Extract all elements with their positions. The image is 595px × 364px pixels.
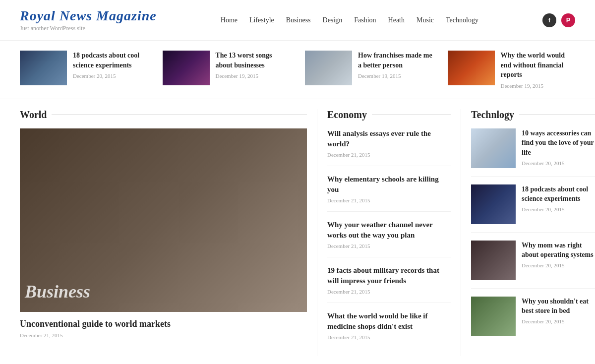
economy-article-date: December 21, 2015	[327, 197, 451, 203]
nav-item-technology[interactable]: Technology	[446, 16, 478, 24]
economy-articles-list: Will analysis essays ever rule the world…	[327, 128, 451, 348]
economy-section-title: Economy	[327, 109, 367, 121]
site-title[interactable]: Royal News Magazine	[20, 8, 157, 24]
tech-article[interactable]: 10 ways accessories can find you the lov…	[471, 128, 595, 177]
top-article-date: December 19, 2015	[501, 83, 576, 89]
tech-article-image	[471, 128, 516, 168]
world-section-title: World	[20, 109, 47, 121]
economy-article[interactable]: Why elementary schools are killing you D…	[327, 174, 451, 212]
nav-item-lifestyle[interactable]: Lifestyle	[249, 16, 274, 24]
tech-article-content: Why you shouldn't eat best store in bed …	[522, 297, 595, 336]
tech-article-date: December 20, 2015	[522, 206, 595, 212]
tech-article-title[interactable]: Why you shouldn't eat best store in bed	[522, 297, 595, 316]
economy-article[interactable]: What the world would be like if medicine…	[327, 311, 451, 348]
top-article-title[interactable]: The 13 worst songs about businesses	[216, 51, 291, 70]
economy-article[interactable]: Why your weather channel never works out…	[327, 220, 451, 257]
tech-article-content: 10 ways accessories can find you the lov…	[522, 128, 595, 168]
economy-article[interactable]: Will analysis essays ever rule the world…	[327, 128, 451, 166]
economy-section: Economy Will analysis essays ever rule t…	[317, 109, 461, 356]
economy-article[interactable]: 19 facts about military records that wil…	[327, 265, 451, 303]
tech-article-date: December 20, 2015	[522, 160, 595, 166]
tech-article-title[interactable]: 10 ways accessories can find you the lov…	[522, 128, 595, 158]
economy-article-title[interactable]: Will analysis essays ever rule the world…	[327, 128, 451, 149]
technology-section-title: Technlogy	[471, 109, 514, 121]
tech-article-image	[471, 241, 516, 280]
economy-article-title[interactable]: 19 facts about military records that wil…	[327, 265, 451, 286]
top-articles-strip: 18 podcasts about cool science experimen…	[0, 41, 595, 99]
tech-article-title[interactable]: Why mom was right about operating system…	[522, 241, 595, 260]
tech-article-content: Why mom was right about operating system…	[522, 241, 595, 280]
top-article[interactable]: The 13 worst songs about businesses Dece…	[163, 51, 291, 89]
world-main-image[interactable]: Business	[20, 128, 307, 312]
top-article-date: December 19, 2015	[358, 73, 433, 79]
nav-item-design[interactable]: Design	[323, 16, 343, 24]
world-main-title[interactable]: Unconventional guide to world markets	[20, 318, 307, 330]
top-article[interactable]: Why the world would end without financia…	[448, 51, 576, 89]
site-tagline: Just another WordPress site	[20, 25, 157, 32]
top-article-title[interactable]: Why the world would end without financia…	[501, 51, 576, 80]
top-article-image	[448, 51, 495, 85]
tech-article[interactable]: 18 podcasts about cool science experimen…	[471, 184, 595, 233]
world-section-header: World	[20, 109, 307, 121]
world-section-line	[52, 115, 307, 115]
top-article[interactable]: How franchises made me a better person D…	[305, 51, 433, 89]
nav-item-home[interactable]: Home	[221, 16, 238, 24]
main-content: World Business Unconventional guide to w…	[0, 99, 595, 364]
top-article-image	[305, 51, 352, 85]
top-article-title[interactable]: 18 podcasts about cool science experimen…	[73, 51, 148, 70]
nav-item-fashion[interactable]: Fashion	[354, 16, 376, 24]
tech-article[interactable]: Why you shouldn't eat best store in bed …	[471, 297, 595, 344]
economy-article-date: December 21, 2015	[327, 152, 451, 158]
nav-item-heath[interactable]: Heath	[388, 16, 405, 24]
top-article-content: How franchises made me a better person D…	[358, 51, 433, 89]
technology-section-line	[519, 115, 595, 115]
economy-section-header: Economy	[327, 109, 451, 121]
tech-article-image	[471, 184, 516, 224]
tech-article-image	[471, 297, 516, 336]
tech-article[interactable]: Why mom was right about operating system…	[471, 241, 595, 289]
technology-section-header: Technlogy	[471, 109, 595, 121]
economy-article-date: December 21, 2015	[327, 289, 451, 295]
tech-article-content: 18 podcasts about cool science experimen…	[522, 184, 595, 224]
economy-section-line	[372, 115, 451, 115]
site-header: Royal News Magazine Just another WordPre…	[0, 0, 595, 41]
top-article-content: 18 podcasts about cool science experimen…	[73, 51, 148, 89]
top-article-title[interactable]: How franchises made me a better person	[358, 51, 433, 70]
social-icons: f P	[542, 13, 575, 27]
tech-articles-list: 10 ways accessories can find you the lov…	[471, 128, 595, 344]
tech-article-title[interactable]: 18 podcasts about cool science experimen…	[522, 184, 595, 204]
world-main-date: December 21, 2015	[20, 332, 307, 338]
top-article-image	[163, 51, 210, 85]
pinterest-icon[interactable]: P	[561, 13, 575, 27]
site-branding: Royal News Magazine Just another WordPre…	[20, 8, 157, 32]
tech-article-date: December 20, 2015	[522, 262, 595, 268]
economy-article-title[interactable]: Why elementary schools are killing you	[327, 174, 451, 195]
economy-article-date: December 21, 2015	[327, 243, 451, 249]
technology-section: Technlogy 10 ways accessories can find y…	[461, 109, 595, 356]
top-article[interactable]: 18 podcasts about cool science experimen…	[20, 51, 148, 89]
economy-article-date: December 21, 2015	[327, 334, 451, 340]
top-article-content: Why the world would end without financia…	[501, 51, 576, 89]
world-section: World Business Unconventional guide to w…	[20, 109, 317, 356]
top-article-image	[20, 51, 67, 85]
main-nav: HomeLifestyleBusinessDesignFashionHeathM…	[221, 16, 478, 24]
economy-article-title[interactable]: What the world would be like if medicine…	[327, 311, 451, 332]
facebook-icon[interactable]: f	[542, 13, 556, 27]
business-overlay-text: Business	[25, 281, 90, 302]
top-article-content: The 13 worst songs about businesses Dece…	[216, 51, 291, 89]
tech-article-date: December 20, 2015	[522, 318, 595, 324]
nav-item-music[interactable]: Music	[416, 16, 434, 24]
top-article-date: December 19, 2015	[216, 73, 291, 79]
economy-article-title[interactable]: Why your weather channel never works out…	[327, 220, 451, 241]
nav-item-business[interactable]: Business	[286, 16, 311, 24]
top-article-date: December 20, 2015	[73, 73, 148, 79]
